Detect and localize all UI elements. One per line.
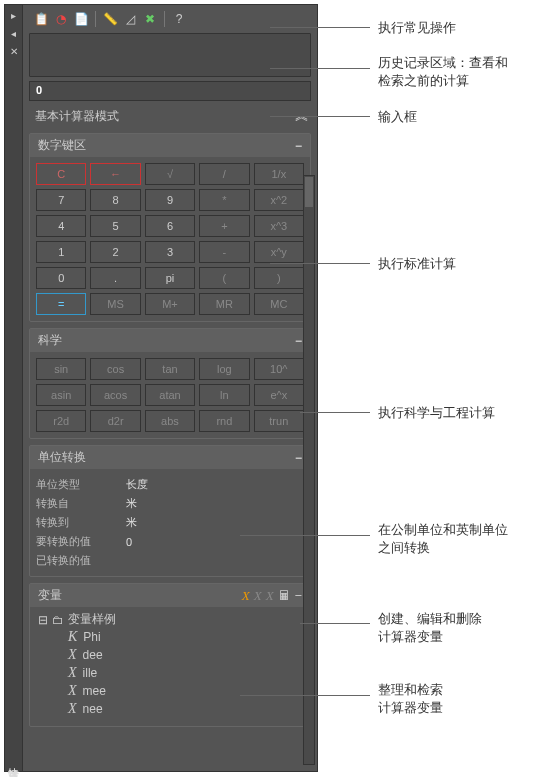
callout: 在公制单位和英制单位之间转换 xyxy=(378,521,508,556)
key-C[interactable]: C xyxy=(36,163,86,185)
key-x^2[interactable]: x^2 xyxy=(254,189,304,211)
key-trun[interactable]: trun xyxy=(254,410,304,432)
var-name: nee xyxy=(83,700,103,718)
key-([interactable]: ( xyxy=(199,267,249,289)
var-root-label: 变量样例 xyxy=(68,611,116,628)
pin-icon[interactable]: ▸ xyxy=(8,9,20,21)
key-2[interactable]: 2 xyxy=(90,241,140,263)
input-field[interactable]: 0 xyxy=(29,81,311,101)
var-item[interactable]: KPhi xyxy=(38,628,302,646)
leader-line xyxy=(300,412,370,413)
key-M+[interactable]: M+ xyxy=(145,293,195,315)
key-d2r[interactable]: d2r xyxy=(90,410,140,432)
key-6[interactable]: 6 xyxy=(145,215,195,237)
key-5[interactable]: 5 xyxy=(90,215,140,237)
clock-icon[interactable]: ◔ xyxy=(53,11,69,27)
key-r2d[interactable]: r2d xyxy=(36,410,86,432)
key-0[interactable]: 0 xyxy=(36,267,86,289)
key-10^[interactable]: 10^ xyxy=(254,358,304,380)
key-*[interactable]: * xyxy=(199,189,249,211)
key--[interactable]: - xyxy=(199,241,249,263)
history-area[interactable] xyxy=(29,33,311,77)
var-item[interactable]: Xmee xyxy=(38,682,302,700)
key-3[interactable]: 3 xyxy=(145,241,195,263)
callout: 历史记录区域：查看和检索之前的计算 xyxy=(378,54,508,89)
var-glyph-icon: X xyxy=(68,646,77,664)
var-item[interactable]: Xille xyxy=(38,664,302,682)
units-body: 单位类型长度 转换自米 转换到米 要转换的值0 已转换的值 xyxy=(30,469,310,576)
callout: 输入框 xyxy=(378,108,417,126)
key-pi[interactable]: pi xyxy=(145,267,195,289)
numpad-header[interactable]: 数字键区 − xyxy=(30,134,310,157)
var-name: dee xyxy=(83,646,103,664)
intersect-icon[interactable]: ✖ xyxy=(142,11,158,27)
key-9[interactable]: 9 xyxy=(145,189,195,211)
key-atan[interactable]: atan xyxy=(145,384,195,406)
var-glyph-icon: X xyxy=(68,682,77,700)
leader-line xyxy=(270,263,370,264)
unit-to-row[interactable]: 转换到米 xyxy=(36,513,304,532)
new-var-icon[interactable]: X xyxy=(242,588,250,604)
key-ln[interactable]: ln xyxy=(199,384,249,406)
callout: 整理和检索计算器变量 xyxy=(378,681,443,716)
calc-icon[interactable]: 🖩 xyxy=(278,588,291,604)
key-acos[interactable]: acos xyxy=(90,384,140,406)
key-1[interactable]: 1 xyxy=(36,241,86,263)
collapse-icon[interactable]: − xyxy=(295,139,302,153)
key-asin[interactable]: asin xyxy=(36,384,86,406)
vars-section: 变量 X X X 🖩 − ⊟ 🗀 变量样例 KPhiXdeeXilleXmeeX… xyxy=(29,583,311,727)
scroll-thumb[interactable] xyxy=(305,177,313,207)
var-tree-root[interactable]: ⊟ 🗀 变量样例 xyxy=(38,611,302,628)
leader-line xyxy=(270,116,370,117)
collapse-icon[interactable]: ◂ xyxy=(8,27,20,39)
vars-header[interactable]: 变量 X X X 🖩 − xyxy=(30,584,310,607)
unit-from-row[interactable]: 转换自米 xyxy=(36,494,304,513)
var-tree: ⊟ 🗀 变量样例 KPhiXdeeXilleXmeeXnee xyxy=(30,607,310,726)
units-header[interactable]: 单位转换 − xyxy=(30,446,310,469)
var-name: ille xyxy=(83,664,98,682)
ruler-icon[interactable]: 📏 xyxy=(102,11,118,27)
key-rnd[interactable]: rnd xyxy=(199,410,249,432)
key-MC[interactable]: MC xyxy=(254,293,304,315)
collapse-icon[interactable]: − xyxy=(295,334,302,348)
key-8[interactable]: 8 xyxy=(90,189,140,211)
key-/[interactable]: / xyxy=(199,163,249,185)
delete-var-icon[interactable]: X xyxy=(266,588,274,604)
section-title: 数字键区 xyxy=(38,137,86,154)
collapse-icon[interactable]: − xyxy=(295,451,302,465)
key-7[interactable]: 7 xyxy=(36,189,86,211)
close-x-icon[interactable]: ✕ xyxy=(8,45,20,57)
var-item[interactable]: Xnee xyxy=(38,700,302,718)
paste-icon[interactable]: 📄 xyxy=(73,11,89,27)
edit-var-icon[interactable]: X xyxy=(254,588,262,604)
key-←[interactable]: ← xyxy=(90,163,140,185)
key-1/x[interactable]: 1/x xyxy=(254,163,304,185)
var-item[interactable]: Xdee xyxy=(38,646,302,664)
key-x^3[interactable]: x^3 xyxy=(254,215,304,237)
clipboard-icon[interactable]: 📋 xyxy=(33,11,49,27)
key-MS[interactable]: MS xyxy=(90,293,140,315)
science-header[interactable]: 科学 − xyxy=(30,329,310,352)
tree-toggle-icon[interactable]: ⊟ xyxy=(38,613,48,627)
unit-output-row: 已转换的值 xyxy=(36,551,304,570)
key-sin[interactable]: sin xyxy=(36,358,86,380)
key-MR[interactable]: MR xyxy=(199,293,249,315)
collapse-icon[interactable]: − xyxy=(295,588,302,604)
angle-icon[interactable]: ◿ xyxy=(122,11,138,27)
key-.[interactable]: . xyxy=(90,267,140,289)
help-icon[interactable]: ? xyxy=(171,11,187,27)
key-cos[interactable]: cos xyxy=(90,358,140,380)
key-=[interactable]: = xyxy=(36,293,86,315)
key-tan[interactable]: tan xyxy=(145,358,195,380)
key-√[interactable]: √ xyxy=(145,163,195,185)
key-abs[interactable]: abs xyxy=(145,410,195,432)
key-+[interactable]: + xyxy=(199,215,249,237)
key-)[interactable]: ) xyxy=(254,267,304,289)
key-x^y[interactable]: x^y xyxy=(254,241,304,263)
key-log[interactable]: log xyxy=(199,358,249,380)
callout: 创建、编辑和删除计算器变量 xyxy=(378,610,482,645)
panel-title: 快速计算器 xyxy=(6,758,21,763)
key-e^x[interactable]: e^x xyxy=(254,384,304,406)
key-4[interactable]: 4 xyxy=(36,215,86,237)
unit-type-row[interactable]: 单位类型长度 xyxy=(36,475,304,494)
